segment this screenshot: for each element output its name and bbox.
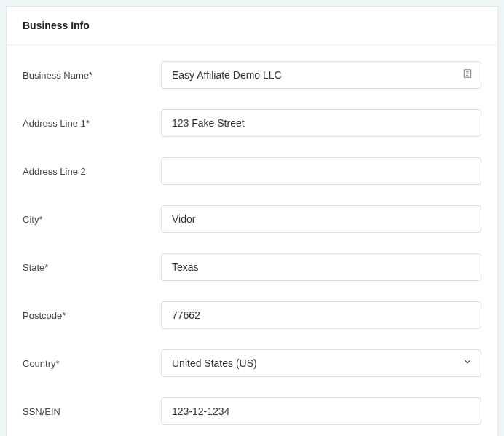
city-label: City* — [23, 214, 161, 225]
state-row: State* — [23, 253, 481, 281]
business-info-panel: Business Info Business Name* Address Lin… — [6, 6, 498, 436]
postcode-row: Postcode* — [23, 301, 481, 329]
ssn-ein-input[interactable] — [161, 397, 481, 425]
address1-row: Address Line 1* — [23, 109, 481, 137]
ssn-ein-row: SSN/EIN — [23, 397, 481, 425]
business-name-row: Business Name* — [23, 61, 481, 89]
address2-input[interactable] — [161, 157, 481, 185]
panel-header: Business Info — [7, 7, 497, 45]
panel-title: Business Info — [23, 20, 481, 31]
address1-input[interactable] — [161, 109, 481, 137]
country-select-wrap: United States (US) — [161, 349, 481, 377]
business-name-input[interactable] — [161, 61, 481, 89]
country-label: Country* — [23, 358, 161, 369]
address2-row: Address Line 2 — [23, 157, 481, 185]
country-select[interactable]: United States (US) — [161, 349, 481, 377]
business-name-label: Business Name* — [23, 70, 161, 81]
country-row: Country* United States (US) — [23, 349, 481, 377]
city-input[interactable] — [161, 205, 481, 233]
state-label: State* — [23, 262, 161, 273]
panel-body: Business Name* Address Line 1* Address L… — [7, 45, 497, 436]
address2-label: Address Line 2 — [23, 166, 161, 177]
state-input[interactable] — [161, 253, 481, 281]
postcode-input[interactable] — [161, 301, 481, 329]
city-row: City* — [23, 205, 481, 233]
ssn-ein-label: SSN/EIN — [23, 406, 161, 417]
address1-label: Address Line 1* — [23, 118, 161, 129]
postcode-label: Postcode* — [23, 310, 161, 321]
